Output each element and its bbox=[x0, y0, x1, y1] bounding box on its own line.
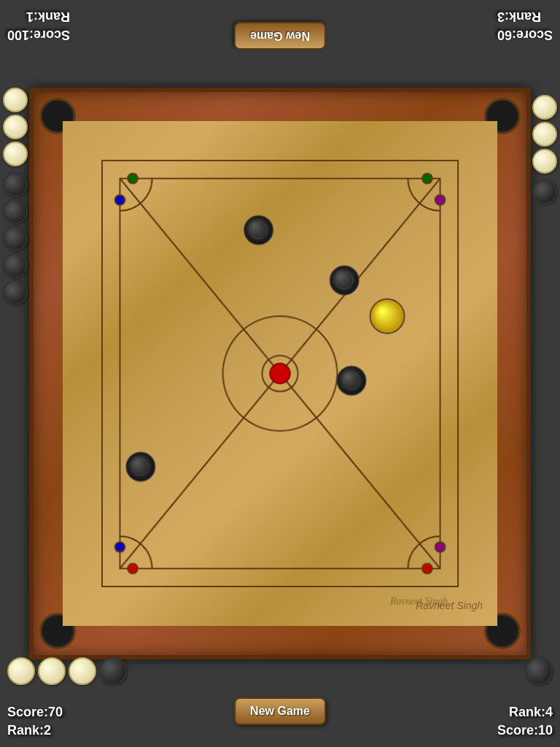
left-piece-4 bbox=[3, 172, 28, 197]
score-bottom-right: Rank:4 Score:10 bbox=[497, 703, 553, 740]
br-piece-dark bbox=[525, 657, 553, 685]
bl-piece-dark bbox=[99, 657, 127, 685]
carrom-board: Ravneet Singh bbox=[29, 88, 531, 659]
right-piece-4 bbox=[532, 179, 557, 204]
right-side-pieces bbox=[532, 88, 557, 204]
left-piece-3 bbox=[3, 142, 28, 166]
bl-score: Score:70 bbox=[7, 703, 63, 721]
board-canvas bbox=[63, 121, 497, 626]
left-piece-1 bbox=[3, 88, 28, 112]
tr-score: Score:60 bbox=[497, 26, 553, 44]
watermark: Ravneet Singh bbox=[416, 600, 483, 611]
bl-piece-1 bbox=[7, 657, 35, 685]
score-top-right: Score:60 Rank:3 bbox=[497, 7, 553, 44]
tl-rank: Rank:1 bbox=[7, 7, 70, 26]
br-score: Score:10 bbox=[497, 721, 553, 740]
left-piece-8 bbox=[3, 280, 28, 305]
tr-rank: Rank:3 bbox=[497, 7, 553, 26]
score-bottom-left: Score:70 Rank:2 bbox=[7, 703, 63, 740]
tl-score: Score:100 bbox=[7, 26, 70, 44]
left-piece-5 bbox=[3, 199, 28, 224]
left-piece-7 bbox=[3, 253, 28, 278]
left-piece-2 bbox=[3, 115, 28, 139]
right-piece-2 bbox=[532, 122, 557, 147]
br-rank: Rank:4 bbox=[497, 703, 553, 721]
bl-piece-3 bbox=[69, 657, 96, 685]
left-piece-6 bbox=[3, 226, 28, 251]
new-game-top-button[interactable]: New Game bbox=[234, 22, 326, 50]
bottom-right-pieces bbox=[525, 657, 553, 685]
left-side-pieces bbox=[3, 88, 28, 305]
new-game-bottom-button[interactable]: New Game bbox=[234, 697, 326, 725]
bottom-left-pieces bbox=[7, 657, 127, 685]
bl-piece-2 bbox=[38, 657, 66, 685]
right-piece-3 bbox=[532, 149, 557, 174]
bl-rank: Rank:2 bbox=[7, 721, 63, 740]
score-top-left: Score:100 Rank:1 bbox=[7, 7, 70, 44]
right-piece-1 bbox=[532, 95, 557, 120]
